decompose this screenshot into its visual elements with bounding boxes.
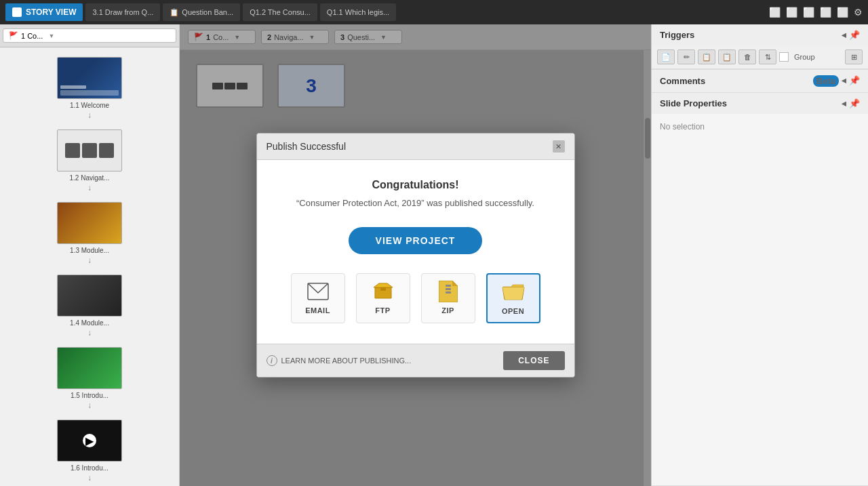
story-view-tab[interactable]: STORY VIEW <box>5 3 83 21</box>
block-3 <box>99 143 114 158</box>
window-icon-3[interactable]: ⬜ <box>803 7 814 18</box>
slide-properties-section: Slide Properties ◂ 📌 No selection <box>652 93 868 486</box>
group-checkbox[interactable] <box>779 52 789 62</box>
triggers-toolbar: 📄 ✏ 📋 📋 🗑 ⇅ Group ⊞ <box>652 45 868 69</box>
triggers-header: Triggers ◂ 📌 <box>652 24 868 45</box>
triggers-header-icons: ◂ 📌 <box>842 30 860 40</box>
main-layout: 🚩 1 Co... ▼ 1.1 Welcome ↓ <box>0 24 868 486</box>
window-icon-2[interactable]: ⬜ <box>786 7 797 18</box>
block-2 <box>82 143 97 158</box>
email-action-box[interactable]: EMAIL <box>291 273 345 323</box>
window-controls: ⬜ ⬜ ⬜ ⬜ ⬜ ⚙ <box>769 7 863 18</box>
ftp-icon <box>371 281 395 302</box>
slide-item-16[interactable]: ▶ 1.6 Introdu... ↓ <box>3 416 176 486</box>
tab-question-bank[interactable]: 📋 Question Ban... <box>163 3 240 21</box>
no-selection-text: No selection <box>652 114 868 140</box>
comments-header-icons: Beta ◂ 📌 <box>813 75 860 87</box>
slide-thumb-15 <box>57 347 122 389</box>
open-label: OPEN <box>502 307 524 315</box>
slide-label-12: 1.2 Navigat... <box>70 174 110 182</box>
modal-titlebar: Publish Successful ✕ <box>257 134 574 160</box>
right-panel: Triggers ◂ 📌 📄 ✏ 📋 📋 🗑 ⇅ Group ⊞ <box>651 24 868 486</box>
slide-item-11[interactable]: 1.1 Welcome ↓ <box>3 53 176 125</box>
ftp-action-box[interactable]: FTP <box>356 273 410 323</box>
publish-modal: Publish Successful ✕ Congratulations! “C… <box>256 133 575 378</box>
trigger-edit-btn[interactable]: ✏ <box>677 49 695 64</box>
window-icon-5[interactable]: ⬜ <box>837 7 848 18</box>
slide-list: 1.1 Welcome ↓ 1.2 Navigat... ↓ 1.3 Modul… <box>0 47 179 486</box>
slide-item-15[interactable]: 1.5 Introdu... ↓ <box>3 343 176 416</box>
modal-body: Congratulations! “Consumer Protection Ac… <box>257 160 574 344</box>
slide-props-pin-icon[interactable]: 📌 <box>849 98 860 108</box>
triggers-section: Triggers ◂ 📌 📄 ✏ 📋 📋 🗑 ⇅ Group ⊞ <box>652 24 868 70</box>
email-icon <box>306 281 330 302</box>
trigger-new-btn[interactable]: 📄 <box>657 49 675 64</box>
email-label: EMAIL <box>305 306 330 315</box>
slide-thumb-16: ▶ <box>57 420 122 462</box>
trigger-move-btn[interactable]: ⇅ <box>759 49 776 64</box>
slide-label-16: 1.6 Introdu... <box>71 464 108 472</box>
slide-label-13: 1.3 Module... <box>70 247 109 254</box>
window-icon-1[interactable]: ⬜ <box>769 7 781 18</box>
window-icon-4[interactable]: ⬜ <box>820 7 831 18</box>
zip-label: ZIP <box>441 306 454 315</box>
slide-properties-label: Slide Properties <box>660 98 727 108</box>
slide-thumb-12 <box>57 129 122 171</box>
trigger-extra-btn[interactable]: ⊞ <box>845 49 863 64</box>
slide-label-11: 1.1 Welcome <box>70 102 109 109</box>
trigger-delete-btn[interactable]: 🗑 <box>738 49 756 64</box>
svg-rect-4 <box>446 291 451 293</box>
modal-overlay: Publish Successful ✕ Congratulations! “C… <box>180 24 651 486</box>
slide-props-collapse-icon[interactable]: ◂ <box>842 98 846 108</box>
open-folder-icon <box>501 281 526 303</box>
modal-footer: i LEARN MORE ABOUT PUBLISHING... CLOSE <box>257 344 574 377</box>
modal-message-text: “Consumer Protection Act, 2019” was publ… <box>273 198 558 208</box>
slide-props-header-icons: ◂ 📌 <box>842 98 860 108</box>
scene-1-selector[interactable]: 🚩 1 Co... ▼ <box>3 28 176 43</box>
view-project-button[interactable]: VIEW PROJECT <box>349 227 483 254</box>
close-button[interactable]: CLOSE <box>503 351 564 370</box>
comments-collapse-icon[interactable]: ◂ <box>842 75 846 87</box>
slide-arrow-13: ↓ <box>87 256 92 265</box>
group-label: Group <box>794 53 815 61</box>
trigger-copy-btn[interactable]: 📋 <box>698 49 715 64</box>
sidebar: 🚩 1 Co... ▼ 1.1 Welcome ↓ <box>0 24 180 486</box>
slide-thumb-13 <box>57 202 122 244</box>
top-bar: STORY VIEW 3.1 Draw from Q... 📋 Question… <box>0 0 868 24</box>
slide-arrow-16: ↓ <box>87 473 92 483</box>
slide-item-14[interactable]: 1.4 Module... ↓ <box>3 270 176 343</box>
scene-1-chevron: ▼ <box>48 33 54 39</box>
beta-badge: Beta <box>813 75 839 87</box>
slide-item-12[interactable]: 1.2 Navigat... ↓ <box>3 125 176 198</box>
collapse-left-icon[interactable]: ◂ <box>842 30 846 40</box>
slide-label-14: 1.4 Module... <box>70 319 109 327</box>
block-1 <box>65 143 80 158</box>
story-view-label: STORY VIEW <box>26 7 76 17</box>
comments-section: Comments Beta ◂ 📌 <box>652 70 868 93</box>
action-icons-row: EMAIL FTP <box>273 273 558 323</box>
tab-q12[interactable]: Q1.2 The Consu... <box>243 3 317 21</box>
trigger-paste-btn[interactable]: 📋 <box>718 49 736 64</box>
zip-action-box[interactable]: ZIP <box>421 273 475 323</box>
learn-more-link[interactable]: i LEARN MORE ABOUT PUBLISHING... <box>267 355 412 366</box>
slide-thumb-11 <box>57 57 122 99</box>
scene-1-label: 1 Co... <box>21 32 43 40</box>
ftp-label: FTP <box>375 306 390 315</box>
scene-flag-icon: 🚩 <box>9 31 18 40</box>
modal-close-x-button[interactable]: ✕ <box>553 140 565 153</box>
comments-header: Comments Beta ◂ 📌 <box>652 70 868 92</box>
pin-icon[interactable]: 📌 <box>849 30 860 40</box>
open-action-box[interactable]: OPEN <box>486 273 540 323</box>
slide-item-13[interactable]: 1.3 Module... ↓ <box>3 198 176 270</box>
settings-icon[interactable]: ⚙ <box>854 7 863 18</box>
info-icon: i <box>267 355 277 366</box>
comments-pin-icon[interactable]: 📌 <box>849 75 860 87</box>
svg-rect-3 <box>446 288 451 290</box>
modal-congrats-text: Congratulations! <box>273 179 558 191</box>
tab-draw-label: 3.1 Draw from Q... <box>92 8 153 16</box>
comments-label: Comments <box>660 76 705 86</box>
triggers-label: Triggers <box>660 30 694 40</box>
tab-q11[interactable]: Q1.1 Which legis... <box>320 3 396 21</box>
slide-label-15: 1.5 Introdu... <box>71 392 108 399</box>
tab-draw-from-q[interactable]: 3.1 Draw from Q... <box>85 3 160 21</box>
